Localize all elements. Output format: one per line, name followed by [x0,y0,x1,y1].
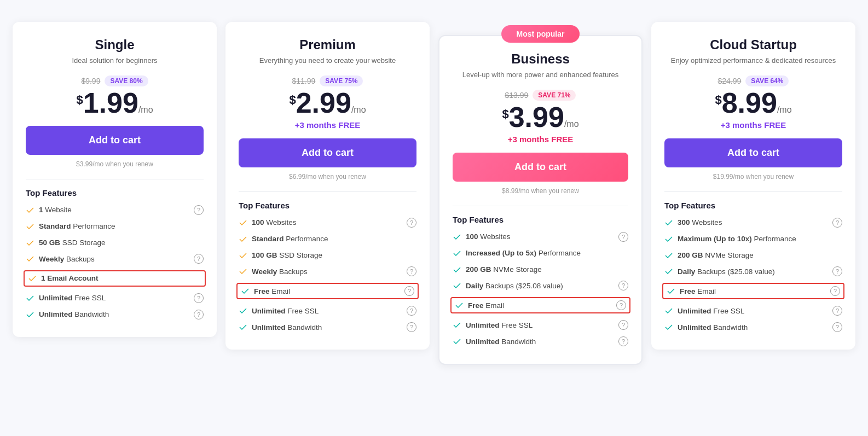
feature-text-cloud-startup-2: 200 GB NVMe Storage [678,251,754,260]
original-price-cloud-startup: $24.99 [718,77,742,85]
feature-left-cloud-startup-3: Daily Backups ($25.08 value) [664,267,775,277]
check-icon-premium-2 [239,251,247,260]
plan-desc-business: Level-up with more power and enhanced fe… [453,70,628,80]
feature-item-cloud-startup-4: Free Email? [664,286,842,296]
features-title-cloud-startup: Top Features [664,201,842,210]
check-icon-business-4 [455,301,464,310]
feature-left-single-5: Unlimited Free SSL [26,293,106,303]
feature-left-cloud-startup-5: Unlimited Free SSL [664,306,744,316]
info-icon-cloud-startup-0[interactable]: ? [832,218,842,228]
info-icon-single-3[interactable]: ? [194,254,204,264]
current-price-premium: $2.99/mo [239,89,416,117]
feature-left-business-6: Unlimited Bandwidth [453,337,536,347]
original-price-business: $13.99 [505,91,529,100]
feature-text-cloud-startup-1: Maximum (Up to 10x) Performance [678,234,796,244]
per-mo: /mo [564,119,579,129]
info-icon-premium-3[interactable]: ? [407,266,416,276]
check-icon-business-6 [453,337,461,346]
info-icon-premium-0[interactable]: ? [407,218,416,228]
feature-left-single-2: 50 GB SSD Storage [26,238,106,248]
info-icon-cloud-startup-5[interactable]: ? [832,306,842,316]
feature-highlight-row-single-4: 1 Email Account [24,270,206,287]
info-icon-cloud-startup-3[interactable]: ? [832,266,842,276]
per-mo: /mo [777,105,792,114]
feature-text-single-0: 1 Website [39,205,72,215]
plan-name-business: Business [453,51,628,67]
save-badge-single: SAVE 80% [105,75,148,86]
divider [26,179,204,179]
divider [239,191,416,192]
price-amount: 1.99 [83,87,138,119]
pricing-grid: SingleIdeal solution for beginners$9.99S… [13,22,855,365]
feature-text-cloud-startup-5: Unlimited Free SSL [678,306,744,316]
check-icon-cloud-startup-0 [664,218,673,227]
info-icon-business-0[interactable]: ? [618,232,628,242]
feature-text-single-4: 1 Email Account [41,274,99,283]
price-row-business: $13.99SAVE 71% [453,90,628,101]
renew-price-cloud-startup: $19.99/mo when you renew [664,173,842,181]
feature-item-single-2: 50 GB SSD Storage [26,238,204,248]
info-icon-cloud-startup-6[interactable]: ? [832,322,842,332]
feature-item-business-3: Daily Backups ($25.08 value)? [453,281,628,290]
feature-item-cloud-startup-1: Maximum (Up to 10x) Performance [664,234,842,244]
check-icon-cloud-startup-1 [664,235,673,243]
feature-item-single-6: Unlimited Bandwidth? [26,310,204,319]
dollar-sign: $ [502,107,508,121]
price-amount: 2.99 [296,87,351,119]
feature-text-business-5: Unlimited Free SSL [466,321,533,330]
feature-text-premium-4: Free Email [254,287,290,297]
check-icon-premium-4 [241,287,250,295]
plan-desc-single: Ideal solution for beginners [26,56,204,66]
most-popular-badge: Most popular [501,25,580,43]
feature-item-business-4: Free Email? [453,300,628,310]
info-icon-business-5[interactable]: ? [618,320,628,330]
feature-left-single-6: Unlimited Bandwidth [26,310,109,319]
feature-left-cloud-startup-4: Free Email [667,287,716,297]
feature-item-cloud-startup-5: Unlimited Free SSL? [664,306,842,316]
plan-name-cloud-startup: Cloud Startup [664,37,842,53]
feature-item-single-0: 1 Website? [26,205,204,215]
feature-item-premium-1: Standard Performance [239,234,416,244]
feature-text-business-4: Free Email [468,301,504,311]
info-icon-single-5[interactable]: ? [194,293,204,303]
feature-text-business-3: Daily Backups ($25.08 value) [466,281,563,291]
feature-text-cloud-startup-6: Unlimited Bandwidth [678,323,748,333]
info-icon-premium-5[interactable]: ? [407,306,416,316]
check-icon-premium-0 [239,218,247,227]
info-icon-single-6[interactable]: ? [194,310,204,319]
info-icon-premium-4[interactable]: ? [404,286,414,296]
divider [453,206,628,206]
check-icon-single-1 [26,222,34,231]
add-to-cart-single[interactable]: Add to cart [26,126,204,155]
feature-item-business-6: Unlimited Bandwidth? [453,336,628,346]
info-icon-business-3[interactable]: ? [618,281,628,290]
feature-left-premium-4: Free Email [241,287,290,297]
current-price-business: $3.99/mo [453,103,628,131]
feature-text-premium-5: Unlimited Free SSL [252,306,319,316]
feature-text-business-2: 200 GB NVMe Storage [466,265,542,275]
plan-name-premium: Premium [239,37,416,53]
info-icon-cloud-startup-4[interactable]: ? [830,286,840,296]
check-icon-business-3 [453,281,461,290]
feature-left-business-1: Increased (Up to 5x) Performance [453,248,581,258]
check-icon-business-0 [453,232,461,241]
months-free-premium: +3 months FREE [239,120,416,130]
check-icon-cloud-startup-5 [664,306,673,315]
info-icon-premium-6[interactable]: ? [407,322,416,332]
info-icon-single-0[interactable]: ? [194,205,204,215]
add-to-cart-business[interactable]: Add to cart [453,153,628,182]
dollar-sign: $ [76,93,83,107]
months-free-cloud-startup: +3 months FREE [664,120,842,130]
add-to-cart-cloud-startup[interactable]: Add to cart [664,138,842,167]
info-icon-business-4[interactable]: ? [616,300,626,310]
check-icon-premium-3 [239,267,247,276]
divider [664,191,842,192]
info-icon-business-6[interactable]: ? [618,336,628,346]
save-badge-cloud-startup: SAVE 64% [745,75,789,86]
feature-item-premium-6: Unlimited Bandwidth? [239,322,416,332]
add-to-cart-premium[interactable]: Add to cart [239,138,416,167]
feature-left-business-5: Unlimited Free SSL [453,321,533,330]
feature-item-business-1: Increased (Up to 5x) Performance [453,248,628,258]
feature-item-cloud-startup-0: 300 Websites? [664,218,842,228]
feature-highlight-row-premium-4: Free Email? [236,283,419,299]
